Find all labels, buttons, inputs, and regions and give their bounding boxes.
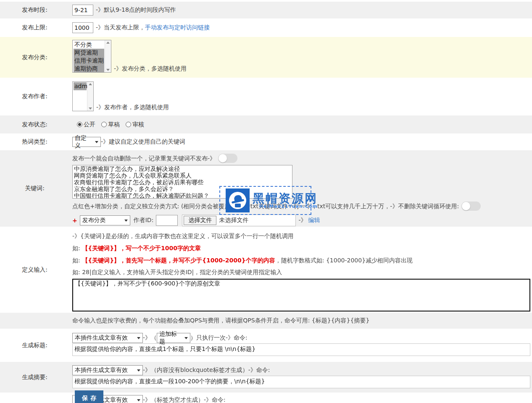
radio-icon xyxy=(101,122,107,127)
publish-author-multiselect[interactable]: admin xyxy=(72,81,94,111)
publish-limit-input[interactable] xyxy=(72,22,93,33)
keywords-hint: 点红色+增加分类，自定义独立分类方式: (相同分类会被覆盖)，上传txt关键词文… xyxy=(72,203,459,209)
file-status-text: 未选择文件 xyxy=(219,217,248,224)
row-hotword-type: 热词类型: 自定义 -》建议自定义使用自己的关键词 xyxy=(0,133,532,150)
row-publish-author: 发布作者: admin -》发布作者，多选随机使用 xyxy=(0,78,532,115)
publish-author-label: 发布作者: xyxy=(0,78,69,115)
category-option[interactable]: 网贷逾期 xyxy=(74,49,104,57)
command-note-text: 命令输入也是按字收费的，每个功能都会叠加QPS与费用，请根据QPS条件开启，命令… xyxy=(72,317,369,324)
chevron-down-icon xyxy=(137,399,140,401)
example-red-text: 【{关键词}】，首先写一个标题，并写不少于{1000-2000}个字的内容 xyxy=(82,257,275,264)
scroll-up-icon[interactable] xyxy=(106,42,110,44)
keywords-toggle-desc: 发布一个就会自动删除一个，记录重复关键词不发布-》 xyxy=(72,155,216,162)
radio-selected-icon xyxy=(77,122,82,127)
hotword-type-select[interactable]: 自定义 xyxy=(72,137,101,147)
keep-keywords-toggle[interactable] xyxy=(461,202,481,211)
keywords-textarea[interactable]: 中原消费逾期了怎么办，应对及解决途径 网商贷逾期了怎么办，几天会联系紧急联系人 … xyxy=(72,165,292,199)
scroll-up-icon[interactable] xyxy=(89,83,92,85)
publish-author-desc: -》发布作者，多选随机使用 xyxy=(96,104,169,111)
row-command-note: 命令输入也是按字收费的，每个功能都会叠加QPS与费用，请根据QPS条件开启，命令… xyxy=(0,313,532,329)
keyword-category-select[interactable]: 发布分类 xyxy=(80,215,130,225)
publish-category-desc: -》发布分类，多选随机使用 xyxy=(114,65,187,73)
chevron-down-icon xyxy=(137,369,140,372)
gen-title-command-textarea[interactable]: 根据我提供给你的内容，直接生成1个标题，只要1个标题 \n\n{标题} xyxy=(72,343,530,356)
chevron-down-icon xyxy=(184,337,188,339)
auto-delete-toggle[interactable] xyxy=(218,154,237,163)
edit-link[interactable]: 编辑 xyxy=(308,217,320,224)
category-option[interactable]: 信用卡逾期 xyxy=(74,57,104,65)
chevron-down-icon xyxy=(95,141,98,143)
scrollbar[interactable] xyxy=(87,82,93,111)
scrollbar[interactable] xyxy=(105,40,111,72)
publish-category-label: 发布分类: xyxy=(0,37,69,78)
define-input-textarea[interactable]: 【{关键词}】，并写不少于{600-900}个字的原创文章 xyxy=(72,279,530,311)
settings-page: 发布时段: -》默认9-18点的时间段内写作 发布上限: -》当天发布上限， 手… xyxy=(0,0,532,403)
publish-limit-desc: -》当天发布上限， xyxy=(96,24,145,31)
example-red-text: 【{关键词}】，写一个不少于1000字的文章 xyxy=(82,245,201,251)
keyword-file-input[interactable]: 选择文件 未选择文件 xyxy=(182,215,296,226)
define-input-line1: -》{关键词}是必须的，生成内容字数也在这里定义，可以设置多个一行一个随机调用 xyxy=(72,233,532,240)
row-define-input: 定义输入: -》{关键词}是必须的，生成内容字数也在这里定义，可以设置多个一行一… xyxy=(0,227,532,313)
define-input-label: 定义输入: xyxy=(0,227,69,313)
row-publish-limit: 发布上限: -》当天发布上限， 手动发布与定时访问链接 xyxy=(0,18,532,37)
gen-summary-label: 生成摘要: xyxy=(0,362,69,393)
append-title-select[interactable]: 追加标题 xyxy=(157,333,190,343)
row-keywords: 关键词: 发布一个就会自动删除一个，记录重复关键词不发布-》 中原消费逾期了怎么… xyxy=(0,150,532,227)
hotword-type-label: 热词类型: xyxy=(0,133,69,150)
status-radio-review[interactable]: 审核 xyxy=(126,121,144,128)
choose-file-button[interactable]: 选择文件 xyxy=(184,216,216,225)
manual-publish-link[interactable]: 手动发布与定时访问链接 xyxy=(145,24,210,31)
scroll-down-icon[interactable] xyxy=(89,107,92,110)
publish-limit-label: 发布上限: xyxy=(0,18,69,37)
publish-time-input[interactable] xyxy=(72,5,93,16)
publish-category-multiselect[interactable]: 不分类 网贷逾期 信用卡逾期 逾期协商 xyxy=(72,40,111,73)
status-radio-draft[interactable]: 草稿 xyxy=(101,121,120,128)
gen-title-label: 生成标题: xyxy=(0,329,69,362)
row-publish-status: 发布状态: 公开 草稿 审核 xyxy=(0,115,532,133)
author-option[interactable]: admin xyxy=(74,82,87,90)
chevron-down-icon xyxy=(124,220,128,222)
publish-time-label: 发布时段: xyxy=(0,2,69,18)
define-input-line4: 如: 28|自定义输入，支持输入开头指定分类ID|，指定分类的关键词使用指定输入 xyxy=(72,269,532,276)
hotword-type-desc: -》建议自定义使用自己的关键词 xyxy=(101,138,185,146)
chevron-down-icon xyxy=(137,337,140,339)
edit-arrow: -》 xyxy=(298,217,306,224)
row-gen-summary: 生成摘要: 本插件生成文章有效 -》（内容没有blockquote标签才生成）-… xyxy=(0,362,532,393)
gen-title-select[interactable]: 本插件生成文章有效 xyxy=(72,333,143,343)
author-id-input[interactable] xyxy=(156,215,178,226)
publish-time-desc: -》默认9-18点的时间段内写作 xyxy=(96,6,176,14)
row-publish-time: 发布时段: -》默认9-18点的时间段内写作 xyxy=(0,2,532,18)
scroll-down-icon[interactable] xyxy=(106,69,110,71)
publish-status-label: 发布状态: xyxy=(0,115,69,133)
save-button[interactable]: 保存 xyxy=(75,390,103,403)
status-radio-public[interactable]: 公开 xyxy=(77,121,95,128)
author-id-label: 作者ID: xyxy=(134,217,154,224)
add-category-button[interactable]: + xyxy=(72,217,77,224)
category-option[interactable]: 逾期协商 xyxy=(74,65,104,73)
category-option[interactable]: 不分类 xyxy=(74,41,104,49)
radio-icon xyxy=(126,122,131,127)
gen-summary-select[interactable]: 本插件生成文章有效 xyxy=(72,365,143,375)
keywords-label: 关键词: xyxy=(0,150,69,227)
row-gen-title: 生成标题: 本插件生成文章有效 -》（ 追加标题 ）只执行一次-》命令: 根据我… xyxy=(0,329,532,362)
toggle-knob-icon xyxy=(462,202,470,210)
row-publish-category: 发布分类: 不分类 网贷逾期 信用卡逾期 逾期协商 -》发布分类，多选随机使用 xyxy=(0,37,532,78)
toggle-knob-icon xyxy=(219,154,227,162)
gen-summary-command-textarea[interactable]: 根据我提供给你的内容，直接生成一段100-200个字的摘要，\n\n{标题} xyxy=(72,376,530,388)
